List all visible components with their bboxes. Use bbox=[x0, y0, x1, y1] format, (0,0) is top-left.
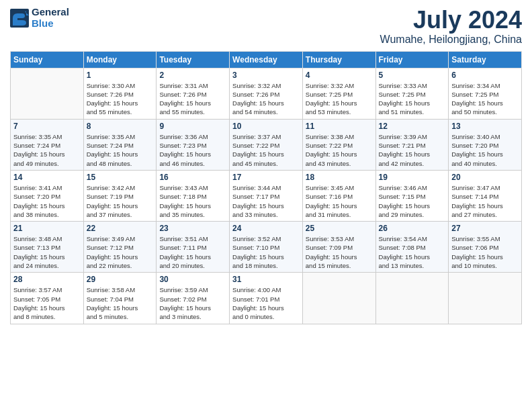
cell-text: and 53 minutes. bbox=[306, 107, 373, 116]
cell-text: Daylight: 15 hours bbox=[232, 150, 300, 158]
day-number: 16 bbox=[159, 173, 226, 182]
cell-text: Sunrise: 3:34 AM bbox=[451, 81, 519, 90]
cell-text: Daylight: 15 hours bbox=[379, 150, 446, 158]
cell-text: Daylight: 15 hours bbox=[232, 201, 300, 210]
calendar-cell: 26Sunrise: 3:54 AMSunset: 7:08 PMDayligh… bbox=[375, 222, 449, 273]
cell-text: Daylight: 15 hours bbox=[159, 304, 226, 312]
cell-text: Sunset: 7:26 PM bbox=[232, 90, 300, 99]
logo-text: General Blue bbox=[32, 7, 69, 29]
day-number: 31 bbox=[232, 275, 300, 284]
day-number: 26 bbox=[379, 224, 446, 233]
calendar-cell: 8Sunrise: 3:35 AMSunset: 7:24 PMDaylight… bbox=[83, 119, 157, 170]
cell-text: and 49 minutes. bbox=[13, 159, 81, 168]
cell-text: Daylight: 15 hours bbox=[13, 253, 81, 261]
day-number: 18 bbox=[306, 173, 373, 182]
cell-text: Sunrise: 3:51 AM bbox=[159, 234, 226, 243]
cell-text: Daylight: 15 hours bbox=[306, 99, 373, 107]
day-number: 4 bbox=[306, 71, 373, 80]
cell-text: Sunset: 7:25 PM bbox=[451, 90, 519, 99]
col-header-wednesday: Wednesday bbox=[230, 51, 303, 68]
cell-text: Daylight: 15 hours bbox=[159, 150, 226, 158]
day-number: 15 bbox=[87, 173, 154, 182]
cell-text: and 29 minutes. bbox=[379, 210, 446, 219]
cell-text: Daylight: 15 hours bbox=[451, 150, 519, 158]
calendar-cell: 30Sunrise: 3:59 AMSunset: 7:02 PMDayligh… bbox=[157, 273, 230, 324]
cell-text: Daylight: 15 hours bbox=[232, 253, 300, 261]
cell-text: Daylight: 15 hours bbox=[159, 201, 226, 210]
location: Wumahe, Heilongjiang, China bbox=[380, 34, 522, 46]
cell-text: and 55 minutes. bbox=[159, 107, 226, 116]
cell-text: and 5 minutes. bbox=[87, 312, 154, 321]
day-number: 24 bbox=[232, 224, 300, 233]
day-number: 2 bbox=[159, 71, 226, 80]
cell-text: Daylight: 15 hours bbox=[13, 201, 81, 210]
day-number: 3 bbox=[232, 71, 300, 80]
calendar-cell: 16Sunrise: 3:43 AMSunset: 7:18 PMDayligh… bbox=[157, 170, 230, 221]
calendar-cell: 13Sunrise: 3:40 AMSunset: 7:20 PMDayligh… bbox=[449, 119, 522, 170]
calendar-table: SundayMondayTuesdayWednesdayThursdayFrid… bbox=[10, 51, 522, 324]
calendar-week-5: 28Sunrise: 3:57 AMSunset: 7:05 PMDayligh… bbox=[11, 273, 522, 324]
col-header-friday: Friday bbox=[375, 51, 449, 68]
cell-text: and 24 minutes. bbox=[13, 261, 81, 270]
calendar-cell: 5Sunrise: 3:33 AMSunset: 7:25 PMDaylight… bbox=[375, 68, 449, 119]
cell-text: Sunset: 7:06 PM bbox=[451, 243, 519, 252]
cell-text: Sunset: 7:25 PM bbox=[306, 90, 373, 99]
calendar-week-3: 14Sunrise: 3:41 AMSunset: 7:20 PMDayligh… bbox=[11, 170, 522, 221]
day-number: 7 bbox=[13, 122, 81, 131]
day-number: 11 bbox=[306, 122, 373, 131]
cell-text: and 8 minutes. bbox=[13, 312, 81, 321]
cell-text: Sunrise: 3:30 AM bbox=[87, 81, 154, 90]
day-number: 30 bbox=[159, 275, 226, 284]
calendar-cell: 18Sunrise: 3:45 AMSunset: 7:16 PMDayligh… bbox=[302, 170, 375, 221]
cell-text: Daylight: 15 hours bbox=[87, 201, 154, 210]
cell-text: Daylight: 15 hours bbox=[451, 201, 519, 210]
cell-text: Sunrise: 4:00 AM bbox=[232, 285, 300, 294]
cell-text: Daylight: 15 hours bbox=[87, 304, 154, 312]
cell-text: Sunset: 7:08 PM bbox=[379, 243, 446, 252]
cell-text: Sunrise: 3:45 AM bbox=[306, 183, 373, 192]
cell-text: Sunrise: 3:40 AM bbox=[451, 132, 519, 141]
calendar-cell: 3Sunrise: 3:32 AMSunset: 7:26 PMDaylight… bbox=[230, 68, 303, 119]
cell-text: Sunset: 7:22 PM bbox=[306, 141, 373, 150]
cell-text: Sunset: 7:17 PM bbox=[232, 192, 300, 201]
calendar-week-2: 7Sunrise: 3:35 AMSunset: 7:24 PMDaylight… bbox=[11, 119, 522, 170]
cell-text: Sunset: 7:26 PM bbox=[159, 90, 226, 99]
day-number: 12 bbox=[379, 122, 446, 131]
day-number: 13 bbox=[451, 122, 519, 131]
cell-text: and 33 minutes. bbox=[232, 210, 300, 219]
col-header-sunday: Sunday bbox=[11, 51, 84, 68]
cell-text: and 15 minutes. bbox=[306, 261, 373, 270]
cell-text: Sunset: 7:18 PM bbox=[159, 192, 226, 201]
calendar-cell: 24Sunrise: 3:52 AMSunset: 7:10 PMDayligh… bbox=[230, 222, 303, 273]
day-number: 17 bbox=[232, 173, 300, 182]
day-number: 10 bbox=[232, 122, 300, 131]
cell-text: Sunset: 7:15 PM bbox=[379, 192, 446, 201]
cell-text: Sunset: 7:20 PM bbox=[13, 192, 81, 201]
cell-text: Sunset: 7:13 PM bbox=[13, 243, 81, 252]
calendar-cell: 22Sunrise: 3:49 AMSunset: 7:12 PMDayligh… bbox=[83, 222, 157, 273]
cell-text: Sunrise: 3:42 AM bbox=[87, 183, 154, 192]
cell-text: Sunset: 7:05 PM bbox=[13, 295, 81, 304]
cell-text: Sunrise: 3:53 AM bbox=[306, 234, 373, 243]
cell-text: Sunrise: 3:58 AM bbox=[87, 285, 154, 294]
cell-text: and 48 minutes. bbox=[87, 159, 154, 168]
cell-text: Sunrise: 3:37 AM bbox=[232, 132, 300, 141]
cell-text: Daylight: 15 hours bbox=[306, 201, 373, 210]
day-number: 8 bbox=[87, 122, 154, 131]
calendar-cell: 21Sunrise: 3:48 AMSunset: 7:13 PMDayligh… bbox=[11, 222, 84, 273]
cell-text: Sunset: 7:19 PM bbox=[87, 192, 154, 201]
day-number: 28 bbox=[13, 275, 81, 284]
cell-text: and 51 minutes. bbox=[379, 107, 446, 116]
day-number: 23 bbox=[159, 224, 226, 233]
cell-text: Daylight: 15 hours bbox=[451, 99, 519, 107]
cell-text: and 45 minutes. bbox=[232, 159, 300, 168]
cell-text: Sunrise: 3:32 AM bbox=[306, 81, 373, 90]
calendar-cell: 25Sunrise: 3:53 AMSunset: 7:09 PMDayligh… bbox=[302, 222, 375, 273]
calendar-cell: 2Sunrise: 3:31 AMSunset: 7:26 PMDaylight… bbox=[157, 68, 230, 119]
cell-text: Daylight: 15 hours bbox=[379, 201, 446, 210]
cell-text: Sunset: 7:11 PM bbox=[159, 243, 226, 252]
calendar-cell: 14Sunrise: 3:41 AMSunset: 7:20 PMDayligh… bbox=[11, 170, 84, 221]
cell-text: Daylight: 15 hours bbox=[159, 253, 226, 261]
cell-text: Sunrise: 3:54 AM bbox=[379, 234, 446, 243]
calendar-cell: 28Sunrise: 3:57 AMSunset: 7:05 PMDayligh… bbox=[11, 273, 84, 324]
